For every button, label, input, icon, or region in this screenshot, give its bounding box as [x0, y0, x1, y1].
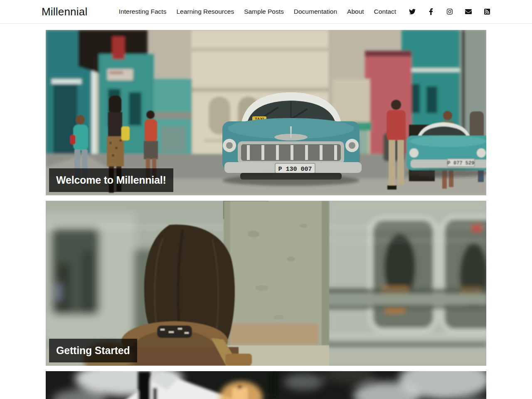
license-plate-main: P 130 007 — [278, 166, 312, 173]
nav-item-interesting-facts[interactable]: Interesting Facts — [119, 8, 167, 15]
nav-item-learning-resources[interactable]: Learning Resources — [176, 8, 234, 15]
instagram-link[interactable] — [446, 8, 453, 15]
twitter-link[interactable] — [409, 8, 416, 15]
site-header: Millennial Interesting Facts Learning Re… — [0, 0, 532, 24]
snowy-tent-scene-image — [46, 371, 486, 399]
instagram-icon — [446, 8, 453, 15]
rss-link[interactable] — [484, 8, 490, 15]
nav-item-sample-posts[interactable]: Sample Posts — [244, 8, 284, 15]
post-caption-welcome[interactable]: Welcome to Millennial! — [49, 168, 173, 192]
facebook-link[interactable] — [428, 8, 434, 15]
post-image-link-snow-tent[interactable] — [46, 371, 486, 399]
main-nav: Interesting Facts Learning Resources Sam… — [119, 8, 396, 15]
header-container: Millennial Interesting Facts Learning Re… — [42, 0, 490, 23]
social-nav — [409, 8, 490, 15]
facebook-icon — [428, 8, 434, 15]
nav-item-documentation[interactable]: Documentation — [294, 8, 337, 15]
license-plate-second: P 077 529 — [448, 160, 475, 166]
post-card-welcome: TAXI P 130 007 — [46, 30, 486, 195]
email-link[interactable] — [465, 8, 472, 15]
twitter-icon — [409, 8, 416, 15]
post-card-getting-started: Getting Started — [46, 201, 486, 366]
rss-icon — [484, 8, 490, 15]
post-list: TAXI P 130 007 — [46, 30, 486, 399]
email-icon — [465, 8, 472, 15]
site-brand-link[interactable]: Millennial — [42, 5, 87, 18]
nav-item-about[interactable]: About — [347, 8, 364, 15]
post-caption-getting-started[interactable]: Getting Started — [49, 339, 137, 363]
post-card-snow-tent — [46, 371, 486, 399]
nav-item-contact[interactable]: Contact — [374, 8, 396, 15]
